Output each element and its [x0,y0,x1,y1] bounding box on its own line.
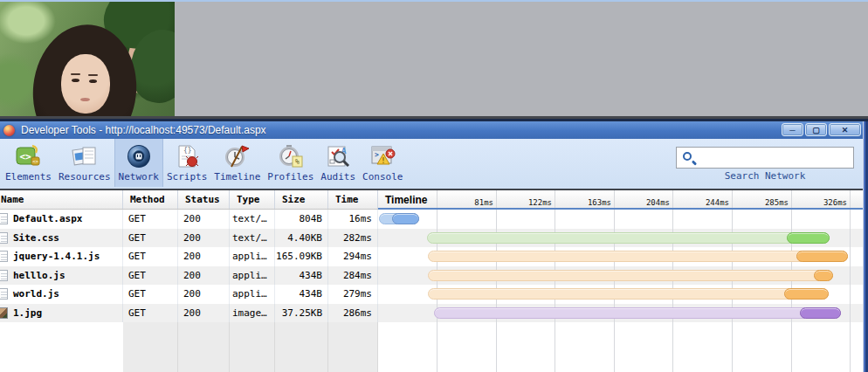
tab-scripts[interactable]: {} Scripts [163,139,210,187]
column-header-type[interactable]: Type [230,190,275,209]
network-table: Name Method Status Type Size Time Timeli… [0,190,868,372]
timeline-bar-light[interactable] [427,232,830,244]
minimize-button[interactable]: ─ [782,123,803,136]
svg-text:<>: <> [32,158,39,164]
scripts-icon: {} [174,143,200,169]
tab-elements[interactable]: <> <> Elements [2,139,55,187]
search-box [676,147,854,169]
table-header: Name Method Status Type Size Time Timeli… [0,190,868,210]
timeline-bar[interactable] [784,288,829,300]
document-icon [0,213,8,224]
elements-icon: <> <> [15,143,41,169]
woman-photo [0,2,175,116]
window-border [863,121,868,372]
timeline-bar[interactable] [800,307,841,319]
svg-text:%: % [295,158,300,166]
photo-detail [71,73,80,75]
search-input[interactable] [698,149,851,166]
devtools-toolbar: <> <> Elements [0,139,868,189]
tab-label: Scripts [167,171,207,183]
tab-timeline[interactable]: Timeline [210,139,264,187]
developer-tools-window: Developer Tools - http://localhost:49573… [0,119,868,372]
timeline-icon [224,143,251,169]
profiles-icon: % [278,143,304,169]
tab-console[interactable]: > ! Console [359,139,406,187]
column-header-method[interactable]: Method [123,190,178,209]
console-icon: > ! [369,143,396,169]
tab-label: Resources [59,171,111,183]
tab-audits[interactable]: A Audits [317,139,359,187]
timeline-bar[interactable] [392,213,419,224]
photo-face [61,54,110,114]
table-body: Default.aspx GET 200 text/… 804B 16ms Si… [0,210,868,322]
photo-detail [80,98,90,101]
tab-label: Elements [5,171,52,183]
timeline-bar-light[interactable] [434,307,841,319]
tab-bar: <> <> Elements [2,139,406,189]
timeline-bar-light[interactable] [428,270,833,281]
column-header-size[interactable]: Size [275,190,328,209]
photo-detail [72,79,79,82]
timeline-bar[interactable] [814,270,833,281]
resources-icon [72,143,98,169]
audits-icon: A [325,143,351,169]
svg-text:{}: {} [183,147,192,155]
search-network-label: Search Network [676,170,854,182]
titlebar[interactable]: Developer Tools - http://localhost:49573… [0,121,868,139]
column-header-timeline[interactable]: Timeline [378,190,868,209]
image-icon [0,307,8,319]
tab-label: Network [119,171,159,183]
screen: Developer Tools - http://localhost:49573… [0,0,868,372]
network-icon [126,143,152,169]
tab-network[interactable]: Network [114,139,163,187]
document-icon [0,251,8,262]
devtools-app-icon [3,125,15,136]
restore-button[interactable]: ▢ [805,123,827,136]
window-title: Developer Tools - http://localhost:49573… [21,124,266,136]
timeline-header-underline [378,208,868,210]
document-icon [0,232,8,244]
svg-text:>: > [375,151,379,159]
document-icon [0,270,8,281]
tab-label: Timeline [214,171,260,183]
tab-resources[interactable]: Resources [55,139,114,187]
svg-text:!: ! [382,157,386,165]
table-row[interactable]: Default.aspx GET 200 text/… 804B 16ms [0,210,868,229]
browser-viewport [0,0,868,119]
timeline-bar-light[interactable] [428,288,829,300]
document-icon [0,288,8,300]
svg-text:<>: <> [20,151,32,162]
tab-label: Profiles [267,171,313,183]
column-header-time[interactable]: Time [328,190,378,209]
column-header-status[interactable]: Status [178,190,230,209]
timeline-bar-light[interactable] [428,251,848,262]
tab-profiles[interactable]: % Profiles [264,139,317,187]
close-button[interactable]: ✕ [829,123,861,136]
timeline-bar[interactable] [787,232,830,244]
column-header-name[interactable]: Name [0,190,123,209]
timeline-bar[interactable] [796,251,848,262]
table-empty-area [0,322,868,372]
tab-label: Audits [320,171,355,183]
tab-label: Console [362,171,403,183]
photo-detail [89,79,97,83]
photo-detail [88,74,98,76]
search-icon [683,152,692,161]
